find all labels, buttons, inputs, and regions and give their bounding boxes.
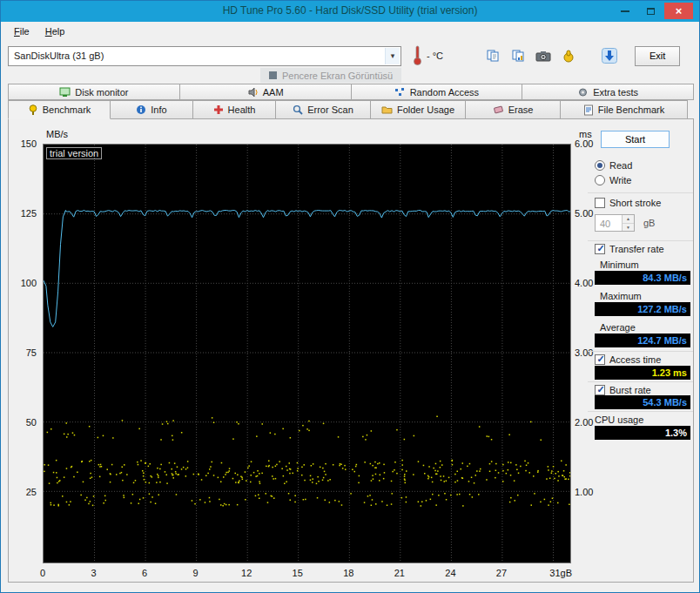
copy-text-icon — [486, 49, 500, 63]
register-button[interactable] — [557, 45, 580, 67]
toolbar: SanDiskUltra (31 gB) ▾ - °C Exit — [2, 41, 698, 71]
copy-text-button[interactable] — [481, 45, 504, 67]
x-axis-tick: 9 — [185, 568, 206, 578]
x-axis-end-label: 31gB — [544, 568, 572, 578]
radio-circle-icon — [595, 160, 605, 171]
drive-select-value: SanDiskUltra (31 gB) — [9, 51, 104, 61]
tab-health[interactable]: Health — [192, 100, 276, 119]
tab-error-scan[interactable]: Error Scan — [275, 100, 371, 119]
x-axis-tick: 15 — [287, 568, 308, 578]
y-axis-tick: 100 — [8, 278, 37, 288]
start-button[interactable]: Start — [601, 131, 670, 148]
tab-label: Benchmark — [43, 104, 91, 115]
gear-icon — [577, 87, 589, 98]
tab-erase[interactable]: Erase — [465, 100, 561, 119]
screenshot-camera-icon — [535, 49, 551, 63]
close-icon: × — [676, 4, 683, 17]
y-axis: 150125100755025 — [8, 144, 39, 563]
y-axis-tick: 25 — [8, 487, 37, 497]
tab-file-benchmark[interactable]: File Benchmark — [560, 100, 688, 119]
secondary-tabs: Disk monitor AAM Random Access Extra tes… — [8, 84, 694, 100]
window-title: HD Tune Pro 5.60 - Hard Disk/SSD Utility… — [1, 4, 699, 17]
minimum-value: 84.3 MB/s — [595, 271, 690, 285]
tab-label: File Benchmark — [598, 104, 664, 115]
menu-help[interactable]: Help — [37, 24, 73, 39]
short-stroke-label: Short stroke — [609, 198, 661, 208]
tab-disk-monitor[interactable]: Disk monitor — [8, 84, 180, 100]
short-stroke-size-input[interactable]: 40 ▲▼ — [595, 214, 635, 232]
file-icon — [583, 104, 594, 116]
checkbox-icon — [595, 354, 605, 365]
y-axis-tick: 150 — [8, 138, 37, 149]
maximum-value: 127.2 MB/s — [595, 302, 690, 316]
y-axis-unit: MB/s — [46, 129, 68, 139]
tab-label: Health — [228, 104, 256, 115]
transfer-rate-label: Transfer rate — [609, 244, 664, 254]
tab-label: Random Access — [410, 87, 479, 98]
thermometer-icon — [412, 44, 422, 67]
screenshot-button[interactable] — [532, 45, 555, 67]
burst-rate-checkbox[interactable]: Burst rate — [595, 385, 651, 395]
tab-label: Extra tests — [593, 87, 638, 98]
tab-label: Info — [151, 104, 166, 115]
access-time-label: Access time — [609, 354, 661, 365]
speaker-icon — [247, 87, 259, 98]
short-stroke-unit-label: gB — [643, 218, 655, 228]
tab-info[interactable]: Info — [110, 100, 193, 119]
x-axis-tick: 27 — [491, 568, 512, 578]
menu-file[interactable]: File — [6, 24, 37, 39]
tooltip-icon — [269, 71, 277, 79]
save-results-button[interactable] — [598, 45, 621, 67]
minimize-icon — [621, 10, 629, 12]
close-button[interactable]: × — [664, 3, 693, 19]
write-radio[interactable]: Write — [595, 175, 631, 185]
drive-select[interactable]: SanDiskUltra (31 gB) ▾ — [8, 46, 401, 66]
eraser-icon — [493, 104, 504, 115]
benchmark-controls: Start Read Write Short stroke 40 ▲▼ gB T… — [586, 131, 697, 453]
minimum-label: Minimum — [600, 259, 639, 270]
chevron-down-icon[interactable]: ▾ — [385, 48, 400, 64]
divider — [588, 240, 693, 241]
tab-random-access[interactable]: Random Access — [351, 84, 523, 100]
tab-label: AAM — [263, 87, 284, 98]
checkbox-icon — [595, 385, 605, 395]
benchmark-chart — [44, 145, 570, 561]
access-time-value: 1.23 ms — [595, 366, 690, 380]
access-time-checkbox[interactable]: Access time — [595, 354, 661, 365]
minimize-button[interactable] — [614, 3, 636, 19]
trial-watermark: trial version — [46, 147, 102, 159]
spin-up-button[interactable]: ▲ — [623, 215, 634, 224]
tab-benchmark[interactable]: Benchmark — [8, 100, 111, 119]
tab-label: Error Scan — [307, 104, 353, 115]
exit-button[interactable]: Exit — [635, 46, 680, 66]
divider — [588, 381, 693, 382]
tab-aam[interactable]: AAM — [179, 84, 352, 100]
titlebar: HD Tune Pro 5.60 - Hard Disk/SSD Utility… — [1, 1, 699, 22]
tab-folder-usage[interactable]: Folder Usage — [370, 100, 466, 119]
copy-image-button[interactable] — [507, 45, 529, 67]
menubar: File Help — [2, 22, 698, 41]
x-axis-tick: 18 — [338, 568, 359, 578]
spin-down-button[interactable]: ▼ — [623, 224, 634, 232]
tab-label: Disk monitor — [75, 87, 128, 98]
burst-rate-label: Burst rate — [609, 385, 651, 395]
magnifier-icon — [293, 104, 303, 115]
x-axis-tick: 0 — [32, 568, 53, 578]
tab-extra-tests[interactable]: Extra tests — [522, 84, 694, 100]
x-axis: 036912151821242731gB — [43, 568, 571, 580]
transfer-rate-checkbox[interactable]: Transfer rate — [595, 244, 664, 254]
read-radio[interactable]: Read — [595, 160, 632, 171]
checkbox-icon — [595, 198, 605, 208]
temperature-value: - °C — [427, 51, 443, 61]
screenshot-tooltip: Pencere Ekran Görüntüsü — [260, 68, 401, 83]
spinner-buttons: ▲▼ — [622, 215, 634, 231]
tab-label: Folder Usage — [397, 104, 454, 115]
app-window: HD Tune Pro 5.60 - Hard Disk/SSD Utility… — [0, 0, 700, 593]
short-stroke-size-value: 40 — [596, 215, 622, 231]
burst-rate-value: 54.3 MB/s — [595, 395, 690, 409]
short-stroke-checkbox[interactable]: Short stroke — [595, 198, 661, 208]
random-access-icon — [394, 87, 406, 98]
average-value: 124.7 MB/s — [595, 334, 690, 347]
maximize-button[interactable] — [639, 3, 662, 19]
write-label: Write — [609, 175, 631, 185]
